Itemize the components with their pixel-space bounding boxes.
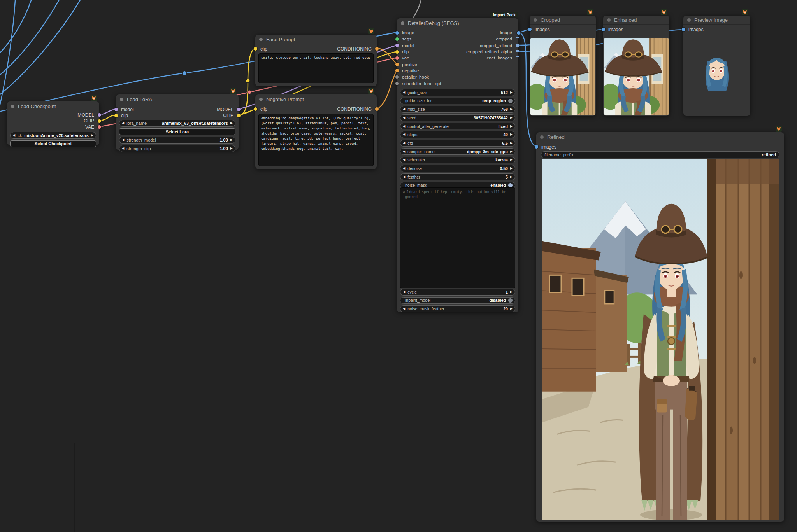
wildcard-textarea[interactable]: wildcard spec: if kept empty, this optio… <box>400 187 515 288</box>
increment-arrow-icon[interactable]: ▶ <box>230 122 233 125</box>
cnet-images-grid-output-icon[interactable] <box>516 56 517 57</box>
increment-arrow-icon[interactable]: ▶ <box>510 307 513 310</box>
node-header[interactable]: Cropped <box>530 16 596 24</box>
feather-widget[interactable]: ◀feather5▶ <box>400 173 515 180</box>
decrement-arrow-icon[interactable]: ◀ <box>403 158 405 161</box>
node-header[interactable]: Preview Image <box>683 16 750 24</box>
input-slot-negative[interactable]: negative <box>397 68 518 74</box>
node-header[interactable]: Load LoRA <box>116 94 239 104</box>
strength-clip-widget[interactable]: ◀ strength_clip 1.00 ▶ <box>119 145 235 152</box>
increment-arrow-icon[interactable]: ▶ <box>230 147 233 150</box>
conditioning-output-dot[interactable] <box>375 47 379 51</box>
decrement-arrow-icon[interactable]: ◀ <box>122 138 124 142</box>
decrement-arrow-icon[interactable]: ◀ <box>403 167 405 170</box>
scheduler-func-input-dot[interactable] <box>395 82 398 85</box>
increment-arrow-icon[interactable]: ▶ <box>510 116 513 119</box>
images-input-dot[interactable] <box>602 28 605 31</box>
model-output-dot[interactable] <box>98 113 101 117</box>
increment-arrow-icon[interactable]: ▶ <box>510 290 513 294</box>
prompt-textarea[interactable]: smile, closeup portrait, looking away, s… <box>258 53 374 83</box>
node-refined[interactable]: Refined images filename_prefix refined <box>536 132 784 522</box>
decrement-arrow-icon[interactable]: ◀ <box>403 150 405 153</box>
increment-arrow-icon[interactable]: ▶ <box>510 167 513 170</box>
sampler-name-widget[interactable]: ◀sampler_namedpmpp_3m_sde_gpu▶ <box>400 148 515 155</box>
decrement-arrow-icon[interactable]: ◀ <box>122 122 124 125</box>
node-header[interactable]: Face Prompt <box>255 35 377 44</box>
output-slot-image[interactable]: image <box>397 30 518 36</box>
increment-arrow-icon[interactable]: ▶ <box>510 158 513 161</box>
input-slot-images[interactable]: images <box>683 26 750 33</box>
decrement-arrow-icon[interactable]: ◀ <box>403 290 405 294</box>
input-slot-positive[interactable]: positive <box>397 61 518 67</box>
node-detailer-debug[interactable]: Impact Pack DetailerDebug (SEGS) image s… <box>397 18 518 312</box>
scheduler-widget[interactable]: ◀schedulerkarras▶ <box>400 157 515 164</box>
model-input-dot[interactable] <box>114 108 118 111</box>
collapse-dot-icon[interactable] <box>687 18 691 22</box>
decrement-arrow-icon[interactable]: ◀ <box>403 175 405 178</box>
node-header[interactable]: Refined <box>536 132 784 142</box>
slot-row-clip-conditioning[interactable]: clip CONDITIONING <box>255 46 377 52</box>
node-header[interactable]: Load Checkpoint <box>7 102 99 111</box>
input-slot-images[interactable]: images <box>603 26 669 33</box>
decrement-arrow-icon[interactable]: ◀ <box>403 108 405 111</box>
positive-input-dot[interactable] <box>395 63 399 66</box>
output-slot-model[interactable]: MODEL <box>7 112 99 118</box>
increment-arrow-icon[interactable]: ▶ <box>510 108 513 111</box>
node-load-lora[interactable]: Load LoRA model MODEL clip CLIP ◀ lora_n… <box>116 94 239 150</box>
seed-widget[interactable]: ◀seed305719074765042▶ <box>400 114 515 121</box>
increment-arrow-icon[interactable]: ▶ <box>510 91 513 94</box>
node-enhanced[interactable]: Enhanced images <box>603 16 669 116</box>
output-slot-cropped-refined-alpha[interactable]: cropped_refined_alpha <box>397 49 518 55</box>
decrement-arrow-icon[interactable]: ◀ <box>403 91 405 94</box>
select-checkpoint-button[interactable]: Select Checkpoint <box>10 140 96 147</box>
decrement-arrow-icon[interactable]: ◀ <box>403 133 405 136</box>
images-input-dot[interactable] <box>528 28 532 31</box>
input-slot-scheduler-func[interactable]: scheduler_func_opt <box>397 80 518 86</box>
negative-input-dot[interactable] <box>395 69 399 72</box>
strength-model-widget[interactable]: ◀ strength_model 1.00 ▶ <box>119 136 235 144</box>
increment-arrow-icon[interactable]: ▶ <box>510 125 513 128</box>
vae-output-dot[interactable] <box>98 125 101 129</box>
clip-output-dot[interactable] <box>98 119 101 123</box>
node-graph-canvas[interactable]: Load Checkpoint MODEL CLIP VAE ◀ ckpt_na… <box>0 0 797 532</box>
cropped-refined-alpha-grid-output-icon[interactable] <box>516 50 517 51</box>
model-output-dot[interactable] <box>237 108 241 111</box>
clip-input-dot[interactable] <box>254 47 257 51</box>
denoise-widget[interactable]: ◀denoise0.50▶ <box>400 165 515 172</box>
collapse-dot-icon[interactable] <box>259 38 263 41</box>
decrement-arrow-icon[interactable]: ◀ <box>403 125 405 128</box>
decrement-arrow-icon[interactable]: ◀ <box>13 134 15 137</box>
detailer-hook-input-dot[interactable] <box>395 75 398 79</box>
toggle-circle-icon[interactable] <box>508 183 513 187</box>
node-header[interactable]: Negative Prompt <box>255 94 377 104</box>
input-slot-detailer-hook[interactable]: detailer_hook <box>397 74 518 80</box>
slot-row-model[interactable]: model MODEL <box>116 107 239 113</box>
control-after-generate-widget[interactable]: ◀control_after_generatefixed▶ <box>400 123 515 130</box>
output-slot-vae[interactable]: VAE <box>7 124 99 130</box>
node-load-checkpoint[interactable]: Load Checkpoint MODEL CLIP VAE ◀ ckpt_na… <box>7 102 99 145</box>
noise-mask-feather-widget[interactable]: ◀noise_mask_feather20▶ <box>400 305 515 312</box>
prompt-textarea[interactable]: embedding:ng_deepnegative_v1_75t, (low q… <box>258 114 374 166</box>
collapse-dot-icon[interactable] <box>259 98 263 101</box>
increment-arrow-icon[interactable]: ▶ <box>230 138 233 142</box>
guide-size-for-widget[interactable]: guide_size_forcrop_region <box>400 98 515 105</box>
node-cropped[interactable]: Cropped images <box>530 16 596 116</box>
max-size-widget[interactable]: ◀max_size768▶ <box>400 106 515 113</box>
collapse-dot-icon[interactable] <box>607 18 611 22</box>
increment-arrow-icon[interactable]: ▶ <box>91 134 93 137</box>
output-slot-cropped[interactable]: cropped <box>397 36 518 42</box>
input-slot-images[interactable]: images <box>536 144 784 150</box>
collapse-dot-icon[interactable] <box>120 98 123 101</box>
collapse-dot-icon[interactable] <box>11 105 14 108</box>
cycle-widget[interactable]: ◀cycle1▶ <box>400 289 515 296</box>
decrement-arrow-icon[interactable]: ◀ <box>403 116 405 119</box>
decrement-arrow-icon[interactable]: ◀ <box>403 307 405 310</box>
output-slot-clip[interactable]: CLIP <box>7 118 99 124</box>
images-input-dot[interactable] <box>535 145 538 149</box>
decrement-arrow-icon[interactable]: ◀ <box>122 147 124 150</box>
image-output-dot[interactable] <box>517 31 520 35</box>
slot-row-clip-conditioning[interactable]: clip CONDITIONING <box>255 106 377 112</box>
select-lora-button[interactable]: Select Lora <box>119 128 235 135</box>
node-header[interactable]: Enhanced <box>603 16 669 24</box>
collapse-dot-icon[interactable] <box>540 135 544 139</box>
